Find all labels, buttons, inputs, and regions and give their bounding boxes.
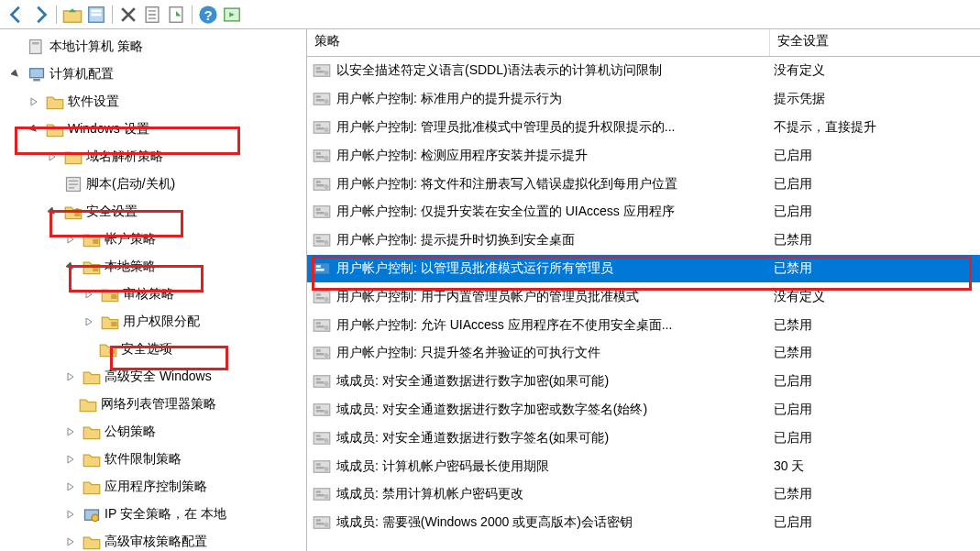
svg-rect-58 <box>316 322 321 325</box>
tree-root[interactable]: 本地计算机 策略 <box>0 33 306 61</box>
folder-icon <box>83 450 101 468</box>
svg-rect-75 <box>316 438 325 441</box>
tree-scripts[interactable]: 脚本(启动/关机) <box>0 171 306 198</box>
policy-row[interactable]: 用户帐户控制: 管理员批准模式中管理员的提升权限提示的...不提示，直接提升 <box>307 114 980 142</box>
svg-rect-86 <box>316 519 321 522</box>
tree-adv-firewall[interactable]: 高级安全 Windows <box>0 363 306 391</box>
expand-icon[interactable] <box>81 286 97 303</box>
tree-label: 脚本(启动/关机) <box>86 176 175 193</box>
expand-icon[interactable] <box>81 314 97 330</box>
policy-row[interactable]: 用户帐户控制: 以管理员批准模式运行所有管理员已禁用 <box>307 255 980 283</box>
policy-row[interactable]: 以安全描述符定义语言(SDDL)语法表示的计算机访问限制没有定义 <box>307 57 980 85</box>
policy-row[interactable]: 用户帐户控制: 用于内置管理员帐户的管理员批准模式没有定义 <box>307 282 980 311</box>
tree-security-settings[interactable]: 安全设置 <box>0 198 306 226</box>
tree-adv-audit[interactable]: 高级审核策略配置 <box>0 528 306 551</box>
tree-ipsec[interactable]: IP 安全策略，在 本地 <box>0 501 306 528</box>
policy-row[interactable]: 用户帐户控制: 只提升签名并验证的可执行文件已禁用 <box>307 339 980 368</box>
svg-rect-0 <box>63 10 81 21</box>
help-icon[interactable]: ? <box>197 4 219 26</box>
tree-account-policy[interactable]: 帐户策略 <box>0 226 306 253</box>
expand-icon[interactable] <box>62 451 79 468</box>
policy-row[interactable]: 域成员: 计算机帐户密码最长使用期限30 天 <box>307 452 980 480</box>
tree-computer-config[interactable]: 计算机配置 <box>0 61 306 88</box>
policy-row[interactable]: 域成员: 需要强(Windows 2000 或更高版本)会话密钥已启用 <box>307 509 980 537</box>
policy-row[interactable]: 用户帐户控制: 仅提升安装在安全位置的 UIAccess 应用程序已启用 <box>307 198 980 226</box>
expand-icon[interactable] <box>62 369 79 385</box>
policy-folder-icon <box>99 340 117 358</box>
svg-rect-79 <box>316 467 325 469</box>
collapse-icon[interactable] <box>26 121 42 138</box>
tree-user-rights[interactable]: 用户权限分配 <box>0 308 306 336</box>
tree-audit-policy[interactable]: 审核策略 <box>0 281 306 308</box>
policy-setting: 提示凭据 <box>770 91 980 107</box>
properties-icon[interactable] <box>85 4 107 26</box>
list-panel: 策略 安全设置 以安全描述符定义语言(SDDL)语法表示的计算机访问限制没有定义… <box>307 29 980 551</box>
svg-rect-78 <box>316 463 321 466</box>
expand-icon[interactable] <box>62 231 79 248</box>
tree-security-options[interactable]: 安全选项 <box>0 336 306 363</box>
tree-windows-settings[interactable]: Windows 设置 <box>0 116 306 143</box>
policy-row[interactable]: 域成员: 对安全通道数据进行数字加密或数字签名(始终)已启用 <box>307 396 980 424</box>
svg-point-37 <box>325 156 329 160</box>
svg-rect-74 <box>316 435 321 437</box>
folder-icon <box>83 478 101 496</box>
policy-row[interactable]: 用户帐户控制: 允许 UIAccess 应用程序在不使用安全桌面...已禁用 <box>307 311 980 339</box>
tree-dns-policy[interactable]: 域名解析策略 <box>0 143 306 171</box>
svg-rect-55 <box>316 297 325 300</box>
delete-icon[interactable] <box>117 4 139 26</box>
policy-item-icon <box>313 344 331 362</box>
expand-icon[interactable] <box>44 149 61 165</box>
expand-icon[interactable] <box>62 534 79 550</box>
tree-public-key[interactable]: 公钥策略 <box>0 418 306 446</box>
svg-rect-18 <box>111 322 116 326</box>
policy-row[interactable]: 用户帐户控制: 提示提升时切换到安全桌面已禁用 <box>307 226 980 255</box>
policy-row[interactable]: 用户帐户控制: 标准用户的提升提示行为提示凭据 <box>307 85 980 114</box>
policy-name: 用户帐户控制: 提示提升时切换到安全桌面 <box>336 232 575 248</box>
policy-row[interactable]: 域成员: 对安全通道数据进行数字加密(如果可能)已启用 <box>307 368 980 396</box>
collapse-icon[interactable] <box>44 204 61 220</box>
column-setting[interactable]: 安全设置 <box>770 29 980 56</box>
svg-rect-39 <box>316 181 321 183</box>
svg-rect-48 <box>316 240 325 243</box>
tree-software-settings[interactable]: 软件设置 <box>0 88 306 116</box>
tree-label: 应用程序控制策略 <box>105 479 207 495</box>
policy-folder-icon <box>101 313 119 331</box>
refresh-icon[interactable] <box>141 4 163 26</box>
policy-item-icon <box>313 203 331 221</box>
policy-item-icon <box>313 61 331 80</box>
folder-icon <box>83 533 101 551</box>
tree-software-restriction[interactable]: 软件限制策略 <box>0 446 306 473</box>
tree-local-policy[interactable]: 本地策略 <box>0 253 306 281</box>
content-split: 本地计算机 策略 计算机配置 软件设置 Windows 设置 域名解析策略 脚本… <box>0 29 980 551</box>
policy-item-icon <box>313 90 331 108</box>
expand-icon[interactable] <box>62 424 79 440</box>
run-script-icon[interactable] <box>221 4 243 26</box>
export-list-icon[interactable] <box>165 4 187 26</box>
tree-label: 软件设置 <box>68 94 119 110</box>
svg-point-41 <box>325 184 329 189</box>
policy-row[interactable]: 域成员: 禁用计算机帐户密码更改已禁用 <box>307 480 980 509</box>
policy-row[interactable]: 域成员: 对安全通道数据进行数字签名(如果可能)已启用 <box>307 424 980 452</box>
policy-setting: 已启用 <box>770 176 980 193</box>
forward-arrow-icon[interactable] <box>29 4 51 26</box>
up-folder-icon[interactable] <box>61 4 83 26</box>
expand-icon[interactable] <box>62 506 79 523</box>
collapse-icon[interactable] <box>7 66 24 83</box>
tree-network-list[interactable]: 网络列表管理器策略 <box>0 391 306 418</box>
collapse-icon[interactable] <box>62 259 79 275</box>
policy-row[interactable]: 用户帐户控制: 检测应用程序安装并提示提升已启用 <box>307 141 980 170</box>
policy-row[interactable]: 用户帐户控制: 将文件和注册表写入错误虚拟化到每用户位置已启用 <box>307 170 980 198</box>
tree-label: 本地计算机 策略 <box>50 39 143 55</box>
expand-icon[interactable] <box>62 479 79 495</box>
svg-point-76 <box>325 438 329 443</box>
tree-label: 计算机配置 <box>50 66 114 83</box>
svg-rect-31 <box>316 124 321 127</box>
svg-rect-9 <box>30 40 42 54</box>
tree-label: 公钥策略 <box>105 424 156 440</box>
svg-point-72 <box>325 410 329 414</box>
expand-icon[interactable] <box>26 94 42 110</box>
back-arrow-icon[interactable] <box>6 4 28 26</box>
column-policy[interactable]: 策略 <box>307 29 770 56</box>
list-body: 以安全描述符定义语言(SDDL)语法表示的计算机访问限制没有定义用户帐户控制: … <box>307 57 980 537</box>
tree-app-control[interactable]: 应用程序控制策略 <box>0 473 306 501</box>
